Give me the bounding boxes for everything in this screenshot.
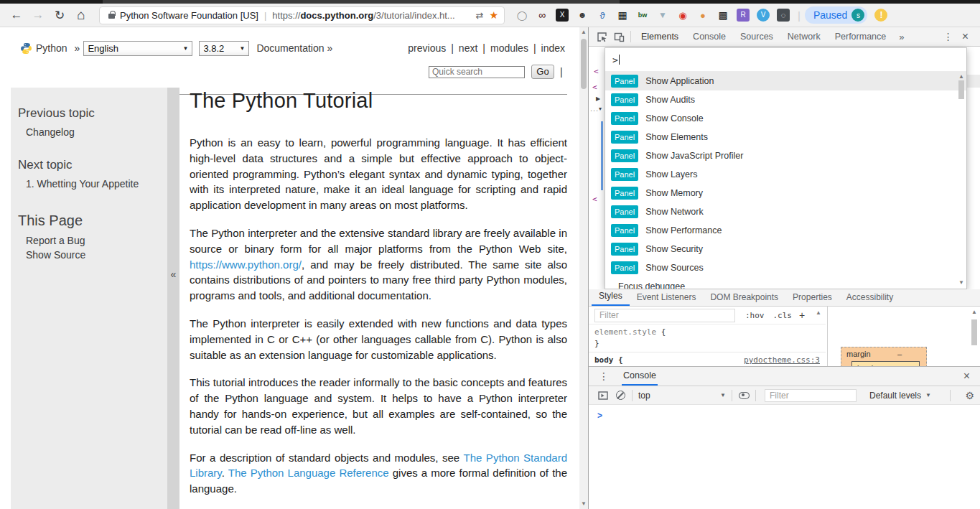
- update-warning-icon[interactable]: !: [874, 9, 887, 22]
- bookmark-star-icon[interactable]: ★: [489, 9, 498, 21]
- page-scrollbar[interactable]: ▲ ▼: [579, 27, 588, 509]
- reload-icon[interactable]: ↻: [49, 8, 70, 23]
- sidebar-link-whetting[interactable]: 1. Whetting Your Appetite: [26, 178, 167, 190]
- margin-top-value[interactable]: –: [897, 350, 902, 358]
- panel-badge: Panel: [611, 112, 638, 125]
- tab-styles[interactable]: Styles: [592, 288, 630, 306]
- command-item-show-security[interactable]: PanelShow Security: [605, 240, 966, 258]
- ext-chat-icon[interactable]: ◌: [777, 9, 790, 22]
- address-bar[interactable]: Python Software Foundation [US] | https:…: [99, 6, 505, 24]
- python-logo-icon: [20, 42, 32, 55]
- scroll-up-icon[interactable]: ▲: [579, 28, 588, 37]
- scroll-up-icon[interactable]: ▲: [970, 308, 979, 317]
- ext-x-app-icon[interactable]: X: [556, 9, 569, 22]
- devtools-close-icon[interactable]: ×: [959, 30, 976, 43]
- ext-blue-eye-icon[interactable]: ϑ: [596, 9, 609, 22]
- ext-down-arrow-icon[interactable]: ▼: [656, 9, 669, 22]
- tab-properties[interactable]: Properties: [785, 289, 839, 306]
- ext-user-block-icon[interactable]: ☻: [576, 9, 589, 22]
- scrollbar-thumb[interactable]: [581, 39, 587, 89]
- sidebar-collapse-button[interactable]: «: [167, 268, 179, 280]
- console-sidebar-toggle-icon[interactable]: [594, 388, 612, 403]
- console-toolbar: top ▼ Default levels ▼ ⚙: [589, 386, 980, 405]
- sidebar-link-changelog[interactable]: Changelog: [26, 126, 167, 138]
- hover-state-button[interactable]: :hov: [745, 311, 765, 320]
- elements-scrollbar-thumb[interactable]: [967, 75, 980, 88]
- tab-sources[interactable]: Sources: [733, 27, 780, 46]
- scroll-down-icon[interactable]: ▼: [579, 500, 588, 508]
- tab-event-listeners[interactable]: Event Listeners: [630, 289, 704, 306]
- command-item-show-js-profiler[interactable]: PanelShow JavaScript Profiler: [605, 146, 966, 165]
- command-item-focus-debuggee[interactable]: DrawerFocus debuggee: [605, 277, 966, 289]
- tab-dom-breakpoints[interactable]: DOM Breakpoints: [703, 289, 785, 306]
- class-toggle-button[interactable]: .cls: [773, 311, 793, 320]
- lock-icon[interactable]: [108, 14, 115, 19]
- paragraph-1: Python is an easy to learn, powerful pro…: [190, 135, 567, 213]
- sidebar-link-show-source[interactable]: Show Source: [26, 249, 167, 261]
- forward-icon[interactable]: →: [27, 8, 49, 22]
- python-org-link[interactable]: https://www.python.org/: [190, 258, 302, 271]
- ext-qr-scan-icon[interactable]: ▩: [717, 9, 729, 22]
- expand-arrow-icon[interactable]: ▾: [599, 106, 602, 112]
- ext-bw-icon[interactable]: bw: [636, 9, 649, 22]
- command-input[interactable]: >: [605, 48, 966, 72]
- devtools-menu-icon[interactable]: ⋮: [938, 31, 959, 42]
- tab-network[interactable]: Network: [780, 27, 828, 46]
- ext-qr-code-icon[interactable]: ▦: [616, 9, 629, 22]
- brand-link[interactable]: Python: [36, 42, 67, 54]
- console-filter-input[interactable]: [765, 389, 857, 402]
- langref-link[interactable]: The Python Language Reference: [228, 467, 389, 479]
- sync-paused-button[interactable]: Paused s: [805, 6, 867, 24]
- tab-elements[interactable]: Elements: [634, 27, 686, 46]
- command-item-show-network[interactable]: PanelShow Network: [605, 202, 966, 221]
- scrollbar-thumb[interactable]: [971, 319, 977, 345]
- command-item-show-console[interactable]: PanelShow Console: [605, 109, 966, 128]
- log-levels-select[interactable]: Default levels ▼: [869, 391, 931, 401]
- ext-ring-icon[interactable]: ◯: [515, 9, 528, 22]
- execution-context-select[interactable]: top ▼: [638, 391, 726, 401]
- tab-performance[interactable]: Performance: [828, 27, 894, 46]
- drawer-menu-icon[interactable]: ⋮: [594, 370, 613, 382]
- palette-scrollbar[interactable]: ▲ ▼: [957, 73, 966, 287]
- ext-goggles-icon[interactable]: ∞: [536, 9, 549, 22]
- drawer-tab-console[interactable]: Console: [622, 367, 658, 386]
- command-item-show-memory[interactable]: PanelShow Memory: [605, 184, 966, 202]
- inspect-element-icon[interactable]: [593, 29, 610, 44]
- command-item-show-elements[interactable]: PanelShow Elements: [605, 128, 966, 146]
- profile-avatar[interactable]: s: [851, 9, 864, 22]
- ext-stop-hand-icon[interactable]: ◉: [676, 9, 689, 22]
- screen: ← → ↻ ⌂ Python Software Foundation [US] …: [0, 0, 980, 509]
- tab-console[interactable]: Console: [686, 27, 733, 46]
- tab-accessibility[interactable]: Accessibility: [839, 289, 900, 306]
- expand-arrow-icon[interactable]: ▶: [596, 95, 600, 102]
- scroll-down-icon[interactable]: ▼: [957, 279, 966, 287]
- command-item-show-audits[interactable]: PanelShow Audits: [605, 90, 966, 109]
- more-tabs-icon[interactable]: »: [893, 32, 910, 42]
- device-toolbar-icon[interactable]: [610, 29, 627, 44]
- clear-console-icon[interactable]: [612, 388, 629, 403]
- command-item-show-performance[interactable]: PanelShow Performance: [605, 221, 966, 240]
- scrollbar-thumb[interactable]: [958, 80, 964, 99]
- command-item-show-application[interactable]: PanelShow Application: [605, 72, 966, 90]
- translate-icon[interactable]: ⇄: [476, 10, 484, 21]
- ext-cookie-icon[interactable]: ●: [696, 9, 709, 22]
- console-settings-gear-icon[interactable]: ⚙: [965, 390, 974, 401]
- scroll-up-icon[interactable]: ▲: [814, 309, 823, 317]
- language-select[interactable]: English ▼: [83, 41, 192, 56]
- ext-r-hexagon-icon[interactable]: R: [737, 9, 750, 22]
- element-style-rule[interactable]: element.style {: [594, 327, 820, 338]
- devtools-tabbar: Elements Console Sources Network Perform…: [589, 27, 980, 47]
- command-item-show-layers[interactable]: PanelShow Layers: [605, 165, 966, 184]
- sidebar-link-report-bug[interactable]: Report a Bug: [26, 235, 167, 246]
- styles-filter-input[interactable]: [594, 309, 735, 322]
- body-style-rule[interactable]: body { pydoctheme.css:3: [594, 355, 820, 366]
- live-expression-eye-icon[interactable]: [735, 388, 752, 403]
- home-icon[interactable]: ⌂: [70, 7, 92, 23]
- back-icon[interactable]: ←: [6, 8, 27, 22]
- stylesheet-link[interactable]: pydoctheme.css:3: [744, 355, 820, 366]
- new-style-rule-icon[interactable]: +: [799, 309, 805, 321]
- ext-v-circle-icon[interactable]: V: [757, 9, 770, 22]
- command-item-show-sources[interactable]: PanelShow Sources: [605, 258, 966, 277]
- console-prompt[interactable]: >: [589, 405, 980, 421]
- drawer-close-icon[interactable]: ×: [959, 370, 974, 383]
